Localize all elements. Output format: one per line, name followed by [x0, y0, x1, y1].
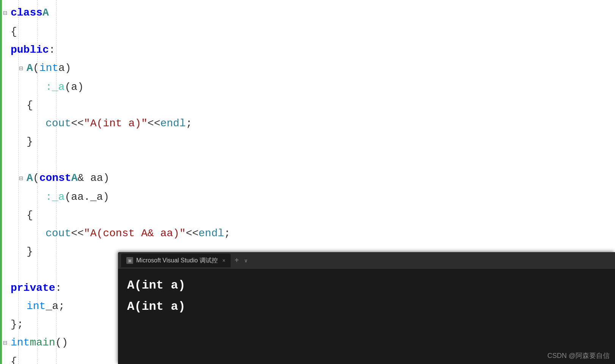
- token-colon-init: :_a: [46, 78, 64, 96]
- token-plain: }: [27, 243, 33, 261]
- code-line: cout << "A(const A& aa)" << endl;: [0, 224, 615, 243]
- terminal-overlay: ▣ Microsoft Visual Studio 调试控 × + ∨ A(in…: [118, 252, 615, 364]
- terminal-icon: ▣: [126, 257, 133, 264]
- terminal-body: A(int a)A(int a): [118, 269, 615, 323]
- token-plain: (a): [64, 78, 83, 96]
- code-line: [0, 151, 615, 169]
- token-class-name: A: [71, 169, 78, 187]
- token-colon-init: :_a: [46, 188, 64, 206]
- token-plain: <<: [148, 115, 160, 133]
- token-kw-blue: const: [39, 169, 71, 187]
- code-line: {: [0, 206, 615, 224]
- token-kw-int: int: [11, 334, 30, 352]
- token-plain: {: [27, 96, 33, 115]
- token-plain: (): [55, 334, 68, 352]
- token-plain: (: [33, 169, 39, 187]
- token-plain: <<: [71, 115, 84, 133]
- token-plain: <<: [186, 224, 199, 243]
- terminal-dropdown-button[interactable]: ∨: [243, 257, 249, 264]
- collapse-icon[interactable]: ⊟: [3, 4, 10, 22]
- token-plain: ;: [224, 224, 231, 243]
- code-line: :_a(a): [0, 78, 615, 96]
- code-line: }: [0, 133, 615, 151]
- terminal-new-tab-button[interactable]: +: [232, 256, 241, 265]
- terminal-tab-bar: ▣ Microsoft Visual Studio 调试控 × + ∨: [118, 252, 615, 269]
- code-line: {: [0, 23, 615, 41]
- token-plain: {: [11, 23, 17, 41]
- token-plain: (aa._a): [64, 188, 109, 206]
- collapse-icon[interactable]: ⊟: [19, 60, 26, 78]
- collapse-icon[interactable]: ⊟: [19, 169, 26, 188]
- terminal-tab[interactable]: ▣ Microsoft Visual Studio 调试控 ×: [121, 254, 231, 267]
- terminal-close-button[interactable]: ×: [222, 257, 225, 264]
- token-plain: :: [49, 41, 55, 59]
- code-line: ⊟A(int a): [0, 59, 615, 78]
- token-id-teal: main: [30, 334, 55, 352]
- collapse-icon[interactable]: ⊟: [3, 334, 10, 352]
- csdn-watermark: CSDN @阿森要自信: [547, 351, 610, 360]
- terminal-output-line: A(int a): [127, 296, 606, 317]
- code-line: :_a(aa._a): [0, 188, 615, 206]
- token-plain: ;: [186, 115, 192, 133]
- token-kw-int: int: [39, 59, 58, 77]
- token-plain: (: [33, 59, 39, 77]
- code-line: public:: [0, 41, 615, 59]
- token-plain: <<: [71, 224, 84, 243]
- token-kw-blue: class: [11, 4, 42, 22]
- token-kw-blue: public: [11, 41, 49, 59]
- editor-container: ⊟class A{public:⊟A(int a):_a(a){cout << …: [0, 0, 615, 364]
- token-plain: a): [58, 59, 71, 77]
- token-endl-color: endl: [160, 115, 186, 133]
- token-plain: :: [55, 279, 62, 297]
- token-kw-blue: private: [11, 279, 55, 297]
- token-plain: };: [11, 315, 24, 334]
- token-class-name: A: [42, 4, 49, 22]
- token-plain: }: [27, 133, 33, 151]
- token-plain: & aa): [77, 169, 109, 187]
- terminal-output-line: A(int a): [127, 275, 606, 296]
- token-plain: _a;: [46, 297, 64, 315]
- terminal-tab-label: Microsoft Visual Studio 调试控: [136, 257, 218, 265]
- token-class-name: A: [27, 169, 33, 187]
- token-str-red: "A(int a)": [84, 115, 148, 133]
- code-line: {: [0, 96, 615, 115]
- token-class-name: A: [27, 59, 33, 77]
- token-plain: {: [27, 206, 33, 224]
- token-plain: {: [11, 353, 17, 364]
- code-line: cout << "A(int a)" << endl;: [0, 115, 615, 133]
- token-cout-color: cout: [46, 224, 71, 243]
- token-cout-color: cout: [46, 115, 71, 133]
- token-endl-color: endl: [198, 224, 224, 243]
- code-line: ⊟class A: [0, 4, 615, 23]
- code-line: ⊟A(const A& aa): [0, 169, 615, 188]
- token-str-red: "A(const A& aa)": [84, 224, 186, 243]
- token-kw-int: int: [27, 297, 46, 315]
